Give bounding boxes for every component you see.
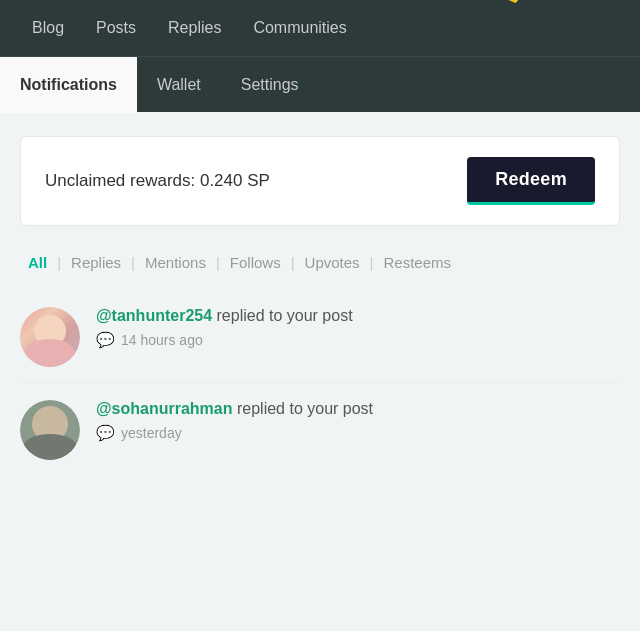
filter-mentions[interactable]: Mentions xyxy=(137,254,214,271)
nav-settings[interactable]: Settings xyxy=(221,57,319,113)
notification-user-2[interactable]: @sohanurrahman xyxy=(96,400,233,417)
filter-upvotes[interactable]: Upvotes xyxy=(297,254,368,271)
notification-action-2: replied to your post xyxy=(233,400,374,417)
rewards-text: Unclaimed rewards: 0.240 SP xyxy=(45,171,270,191)
secondary-nav: Notifications Wallet Settings xyxy=(0,56,640,112)
avatar-1 xyxy=(20,307,80,367)
redeem-button[interactable]: Redeem xyxy=(467,157,595,205)
nav-communities[interactable]: Communities xyxy=(237,0,362,56)
chat-icon-2: 💬 xyxy=(96,424,115,442)
notification-meta-2: 💬 yesterday xyxy=(96,424,620,442)
top-nav: Blog Posts Replies Communities xyxy=(0,0,640,56)
filter-follows[interactable]: Follows xyxy=(222,254,289,271)
main-content: Unclaimed rewards: 0.240 SP Redeem All |… xyxy=(0,112,640,500)
avatar-2 xyxy=(20,400,80,460)
filter-tabs: All | Replies | Mentions | Follows | Upv… xyxy=(20,254,620,271)
notification-item-2: @sohanurrahman replied to your post 💬 ye… xyxy=(20,384,620,476)
arrow-annotation xyxy=(460,0,580,44)
filter-all[interactable]: All xyxy=(20,254,55,271)
notification-meta-1: 💬 14 hours ago xyxy=(96,331,620,349)
notification-time-1: 14 hours ago xyxy=(121,332,203,348)
filter-replies[interactable]: Replies xyxy=(63,254,129,271)
notification-body-2: @sohanurrahman replied to your post 💬 ye… xyxy=(96,400,620,442)
nav-replies[interactable]: Replies xyxy=(152,0,237,56)
filter-resteems[interactable]: Resteems xyxy=(376,254,460,271)
nav-posts[interactable]: Posts xyxy=(80,0,152,56)
notification-item-1: @tanhunter254 replied to your post 💬 14 … xyxy=(20,291,620,384)
nav-notifications[interactable]: Notifications xyxy=(0,57,137,113)
rewards-card: Unclaimed rewards: 0.240 SP Redeem xyxy=(20,136,620,226)
nav-wallet[interactable]: Wallet xyxy=(137,57,221,113)
notification-user-1[interactable]: @tanhunter254 xyxy=(96,307,212,324)
nav-blog[interactable]: Blog xyxy=(16,0,80,56)
chat-icon-1: 💬 xyxy=(96,331,115,349)
notification-body-1: @tanhunter254 replied to your post 💬 14 … xyxy=(96,307,620,349)
notification-time-2: yesterday xyxy=(121,425,182,441)
notification-action-1: replied to your post xyxy=(212,307,353,324)
